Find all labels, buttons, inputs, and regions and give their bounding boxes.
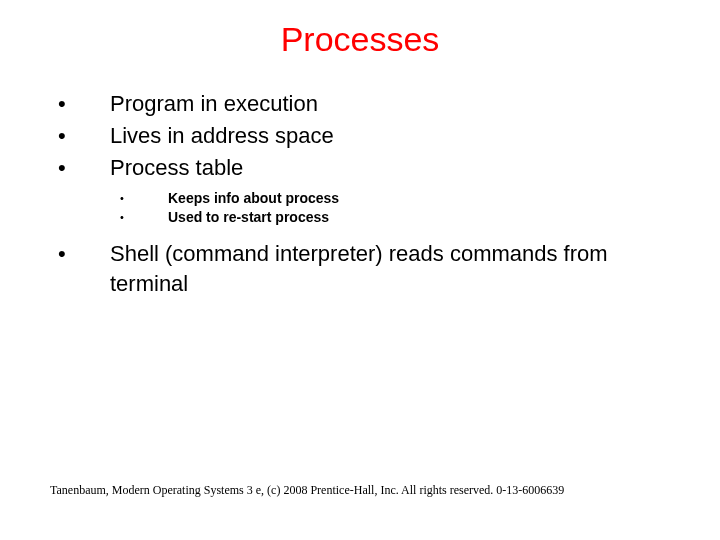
bullet-item: • Lives in address space (50, 121, 670, 151)
slide-title: Processes (50, 20, 670, 59)
bullet-icon: • (50, 239, 110, 269)
bullet-text: Shell (command interpreter) reads comman… (110, 239, 670, 299)
bullet-icon: • (50, 153, 110, 183)
bullet-item: • Process table (50, 153, 670, 183)
bullet-text: Process table (110, 153, 243, 183)
bullet-text: Program in execution (110, 89, 318, 119)
sub-bullet-item: • Used to re-start process (50, 208, 670, 227)
footer-citation: Tanenbaum, Modern Operating Systems 3 e,… (50, 483, 670, 498)
slide: Processes • Program in execution • Lives… (0, 0, 720, 540)
bullet-icon: • (50, 121, 110, 151)
sub-bullet-text: Used to re-start process (168, 208, 329, 227)
sub-bullet-group: • Keeps info about process • Used to re-… (50, 189, 670, 227)
sub-bullet-item: • Keeps info about process (50, 189, 670, 208)
bullet-icon: • (50, 189, 168, 208)
bullet-item: • Program in execution (50, 89, 670, 119)
bullet-icon: • (50, 89, 110, 119)
bullet-icon: • (50, 208, 168, 227)
sub-bullet-text: Keeps info about process (168, 189, 339, 208)
bullet-text: Lives in address space (110, 121, 334, 151)
bullet-item: • Shell (command interpreter) reads comm… (50, 239, 670, 299)
